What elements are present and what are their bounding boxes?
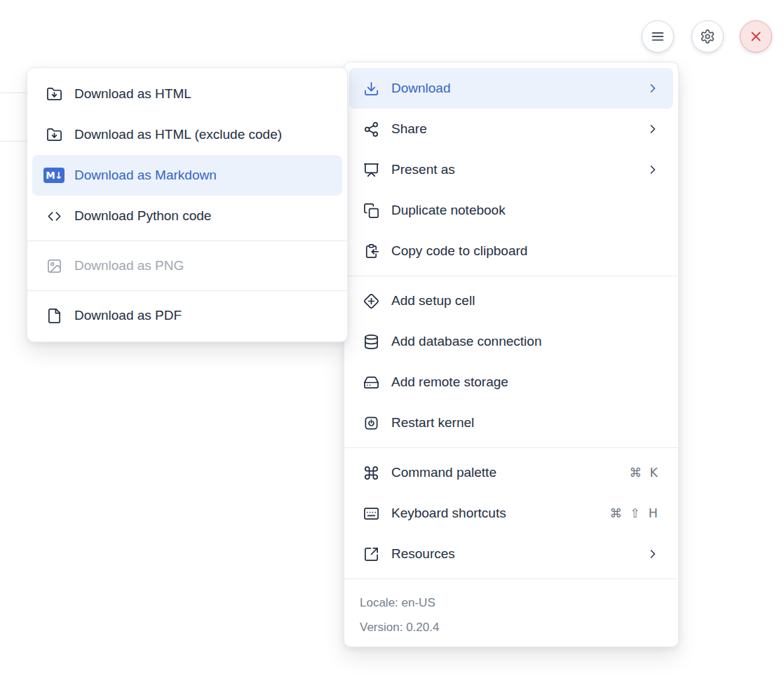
shutdown-button[interactable] — [740, 20, 772, 53]
gear-icon — [700, 29, 715, 44]
menu-item-label: Command palette — [391, 465, 617, 480]
diamond-plus-icon — [363, 292, 379, 309]
menu-toggle-button[interactable] — [642, 20, 674, 53]
download-icon — [363, 80, 379, 97]
menu-item-label: Add database connection — [391, 334, 660, 349]
menu-item-label: Add setup cell — [391, 293, 660, 309]
menu-item-share[interactable]: Share — [344, 109, 678, 149]
menu-footer: Locale: en-US Version: 0.20.4 — [344, 583, 678, 641]
keyboard-icon — [363, 505, 379, 522]
menu-item-present-as[interactable]: Present as — [344, 149, 678, 190]
menu-item-label: Share — [391, 121, 634, 137]
presentation-icon — [363, 161, 379, 178]
clipboard-copy-icon — [363, 243, 379, 259]
menu-item-label: Add remote storage — [391, 374, 660, 390]
command-icon — [363, 464, 379, 481]
menu-item-add-remote-storage[interactable]: Add remote storage — [344, 362, 678, 402]
keyboard-shortcut: ⌘ ⇧ H — [610, 506, 660, 520]
code-icon — [46, 208, 62, 224]
menu-item-download-as-markdown[interactable]: M↓ Download as Markdown — [32, 155, 342, 196]
menu-item-label: Keyboard shortcuts — [391, 506, 598, 521]
download-submenu: Download as HTML Download as HTML (exclu… — [27, 67, 348, 342]
locale-text: Locale: en-US — [360, 590, 678, 615]
menu-item-command-palette[interactable]: Command palette ⌘ K — [344, 452, 678, 493]
image-icon — [46, 257, 62, 274]
menu-separator — [344, 276, 678, 276]
menu-item-label: Copy code to clipboard — [391, 243, 660, 259]
menu-item-copy-code[interactable]: Copy code to clipboard — [344, 231, 678, 271]
chevron-right-icon — [646, 163, 660, 177]
keyboard-shortcut: ⌘ K — [629, 466, 660, 480]
menu-item-label: Download as PNG — [74, 258, 329, 273]
chevron-right-icon — [646, 122, 660, 136]
version-text: Version: 0.20.4 — [360, 615, 678, 640]
folder-down-icon — [46, 86, 62, 102]
share-icon — [363, 121, 379, 137]
menu-item-restart-kernel[interactable]: Restart kernel — [344, 402, 678, 443]
menu-item-label: Resources — [391, 546, 634, 562]
menu-item-resources[interactable]: Resources — [344, 534, 678, 574]
menu-item-label: Present as — [391, 162, 634, 177]
menu-item-download-as-png[interactable]: Download as PNG — [27, 245, 347, 286]
menu-item-label: Download as Markdown — [74, 168, 329, 183]
menu-item-label: Download as HTML (exclude code) — [74, 127, 329, 142]
copy-icon — [363, 202, 379, 219]
menu-item-add-database-connection[interactable]: Add database connection — [344, 321, 678, 362]
menu-item-download-as-html-exclude-code[interactable]: Download as HTML (exclude code) — [27, 114, 347, 155]
markdown-icon: M↓ — [46, 167, 62, 184]
hard-drive-icon — [363, 374, 379, 391]
external-link-icon — [363, 546, 379, 562]
menu-item-add-setup-cell[interactable]: Add setup cell — [344, 280, 678, 321]
menu-item-download-as-html[interactable]: Download as HTML — [27, 74, 347, 114]
menu-item-label: Download — [391, 81, 634, 96]
menu-item-label: Restart kernel — [391, 415, 660, 431]
menu-separator — [344, 579, 678, 579]
menu-item-label: Download as HTML — [74, 86, 329, 102]
background-cell-border — [0, 141, 27, 142]
menu-item-label: Download as PDF — [74, 308, 329, 323]
folder-down-icon — [46, 126, 62, 143]
menu-item-label: Duplicate notebook — [391, 203, 660, 218]
menu-item-download-as-pdf[interactable]: Download as PDF — [27, 295, 347, 336]
hamburger-menu-icon — [650, 29, 665, 44]
menu-item-keyboard-shortcuts[interactable]: Keyboard shortcuts ⌘ ⇧ H — [344, 493, 678, 534]
menu-item-download-python-code[interactable]: Download Python code — [27, 196, 347, 236]
database-icon — [363, 333, 379, 350]
notebook-actions-menu: Download Share Present as Duplicate note… — [344, 62, 679, 647]
chevron-right-icon — [646, 547, 660, 561]
menu-item-download[interactable]: Download — [349, 68, 673, 109]
menu-separator — [27, 241, 347, 241]
menu-item-label: Download Python code — [74, 208, 329, 224]
power-icon — [363, 414, 379, 431]
file-icon — [46, 307, 62, 324]
background-cell-border — [0, 93, 27, 93]
settings-button[interactable] — [691, 20, 724, 53]
menu-item-duplicate-notebook[interactable]: Duplicate notebook — [344, 190, 678, 231]
page-background: Download Share Present as Duplicate note… — [0, 0, 784, 690]
close-icon — [748, 29, 764, 44]
menu-separator — [27, 290, 347, 291]
menu-separator — [344, 447, 678, 448]
chevron-right-icon — [646, 81, 660, 95]
